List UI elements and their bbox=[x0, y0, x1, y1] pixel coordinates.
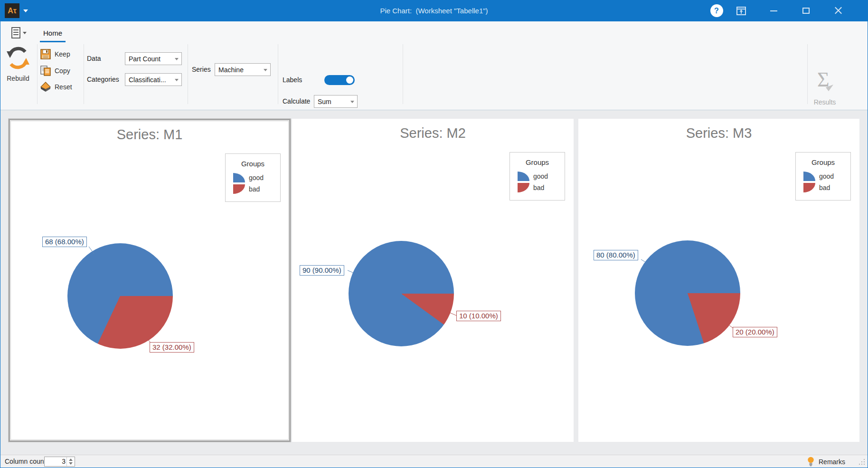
data-field-label: Data bbox=[87, 52, 101, 65]
calculate-combo-value: Sum bbox=[318, 98, 331, 105]
rebuild-label: Rebuild bbox=[1, 75, 35, 82]
categories-field-label: Categories bbox=[87, 73, 119, 86]
chart-panel-m1[interactable]: Series: M1 Groups good bad 68 (68.00%) 3… bbox=[9, 119, 291, 442]
copy-button[interactable]: Copy bbox=[40, 64, 84, 77]
legend-item-bad: bad bbox=[226, 183, 280, 195]
keep-button[interactable]: Keep bbox=[40, 47, 84, 61]
minimize-icon bbox=[770, 10, 777, 11]
chart-area: Series: M1 Groups good bad 68 (68.00%) 3… bbox=[0, 110, 868, 455]
ribbon-separator bbox=[403, 44, 403, 104]
legend-item-bad: bad bbox=[796, 182, 850, 193]
legend-label-bad: bad bbox=[249, 185, 260, 193]
ribbon: Home Rebuild Keep bbox=[0, 21, 868, 110]
remarks-label: Remarks bbox=[819, 458, 845, 466]
copy-label: Copy bbox=[55, 67, 70, 75]
keep-label: Keep bbox=[55, 50, 70, 58]
dock-window-icon bbox=[736, 6, 746, 16]
chart-legend-m2: Groups good bad bbox=[509, 152, 565, 201]
resize-grip[interactable] bbox=[858, 459, 866, 466]
calculate-field-label: Calculate bbox=[283, 95, 310, 108]
remarks-button[interactable]: Remarks bbox=[807, 455, 845, 468]
slice-label-bad-m2: 10 (10.00%) bbox=[456, 311, 501, 321]
chart-title-m1: Series: M1 bbox=[10, 127, 289, 143]
legend-swatch-good bbox=[233, 173, 245, 182]
titlebar[interactable]: Aτ Pie Chart: (Worksheet "Tabelle1") ? bbox=[0, 0, 868, 21]
toggle-knob bbox=[346, 76, 353, 84]
ribbon-separator bbox=[188, 44, 188, 104]
spinner-buttons[interactable] bbox=[66, 457, 75, 466]
labels-field-label: Labels bbox=[283, 75, 302, 85]
report-menu-caret-icon[interactable] bbox=[23, 32, 27, 34]
legend-title: Groups bbox=[226, 160, 280, 168]
report-menu-icon[interactable] bbox=[11, 27, 20, 38]
reset-label: Reset bbox=[55, 83, 72, 91]
copy-icon bbox=[40, 65, 51, 76]
chart-title-m2: Series: M2 bbox=[292, 125, 574, 141]
dock-to-ribbon-button[interactable] bbox=[733, 0, 749, 21]
legend-label-good: good bbox=[819, 172, 834, 180]
series-field-label: Series bbox=[192, 63, 211, 76]
calculate-combo[interactable]: Sum bbox=[314, 95, 358, 108]
series-combo-value: Machine bbox=[218, 66, 244, 74]
legend-swatch-bad bbox=[518, 183, 529, 192]
rebuild-button[interactable]: Rebuild bbox=[1, 45, 35, 82]
chevron-down-icon bbox=[350, 101, 354, 103]
pie-m2[interactable] bbox=[349, 241, 454, 346]
lightbulb-icon bbox=[807, 457, 814, 467]
legend-label-good: good bbox=[533, 172, 548, 180]
column-count-label: Column count bbox=[5, 455, 46, 468]
categories-combo[interactable]: Classificati... bbox=[125, 73, 182, 86]
legend-swatch-good bbox=[803, 172, 815, 181]
labels-toggle[interactable] bbox=[324, 75, 355, 85]
data-combo[interactable]: Part Count bbox=[125, 52, 182, 65]
keep-floppy-icon bbox=[40, 48, 51, 60]
tab-home-underline bbox=[40, 41, 66, 42]
legend-label-bad: bad bbox=[819, 184, 830, 191]
series-combo[interactable]: Machine bbox=[215, 63, 271, 76]
ribbon-separator bbox=[807, 44, 808, 104]
slice-label-good-m3: 80 (80.00%) bbox=[594, 250, 638, 260]
chevron-down-icon bbox=[175, 58, 179, 60]
close-icon bbox=[834, 7, 842, 15]
categories-combo-value: Classificati... bbox=[129, 76, 166, 84]
rebuild-icon bbox=[6, 45, 30, 72]
legend-item-good: good bbox=[510, 171, 565, 182]
column-count-spinner[interactable]: 3 bbox=[44, 457, 75, 467]
legend-item-good: good bbox=[226, 172, 280, 183]
help-button[interactable]: ? bbox=[708, 0, 725, 21]
slice-label-good-m2: 90 (90.00%) bbox=[300, 265, 344, 276]
legend-title: Groups bbox=[510, 158, 565, 166]
slice-label-bad-m1: 32 (32.00%) bbox=[150, 342, 194, 353]
statusbar: Column count 3 Remarks bbox=[0, 455, 868, 468]
results-label: Results bbox=[810, 98, 840, 106]
pie-m3[interactable] bbox=[635, 240, 740, 346]
chevron-down-icon bbox=[264, 69, 267, 71]
ribbon-separator bbox=[278, 44, 278, 104]
close-button[interactable] bbox=[827, 0, 849, 21]
spinner-up-icon[interactable] bbox=[69, 458, 73, 461]
tab-home[interactable]: Home bbox=[40, 27, 66, 40]
legend-swatch-bad bbox=[803, 183, 815, 192]
chart-panel-m2[interactable]: Series: M2 Groups good bad 90 (90.00%) 1… bbox=[292, 119, 574, 442]
legend-label-good: good bbox=[249, 174, 264, 181]
legend-swatch-bad bbox=[233, 184, 245, 194]
data-combo-value: Part Count bbox=[129, 55, 160, 63]
chart-legend-m1: Groups good bad bbox=[225, 153, 281, 202]
maximize-icon bbox=[802, 8, 810, 14]
legend-item-good: good bbox=[796, 171, 850, 182]
chart-legend-m3: Groups good bad bbox=[795, 152, 851, 201]
legend-swatch-good bbox=[518, 172, 529, 181]
maximize-button[interactable] bbox=[795, 0, 817, 21]
column-count-value: 3 bbox=[45, 457, 66, 466]
slice-label-good-m1: 68 (68.00%) bbox=[42, 237, 87, 247]
chevron-down-icon bbox=[175, 79, 179, 81]
legend-title: Groups bbox=[796, 158, 850, 166]
chart-title-m3: Series: M3 bbox=[578, 125, 859, 141]
legend-label-bad: bad bbox=[533, 184, 544, 191]
minimize-button[interactable] bbox=[763, 0, 784, 21]
reset-button[interactable]: Reset bbox=[40, 80, 84, 94]
pie-m1[interactable] bbox=[67, 243, 173, 349]
spinner-down-icon[interactable] bbox=[69, 462, 73, 465]
chart-panel-m3[interactable]: Series: M3 Groups good bad 80 (80.00%) 2… bbox=[578, 119, 859, 442]
results-button[interactable]: Σ Results bbox=[810, 67, 840, 106]
